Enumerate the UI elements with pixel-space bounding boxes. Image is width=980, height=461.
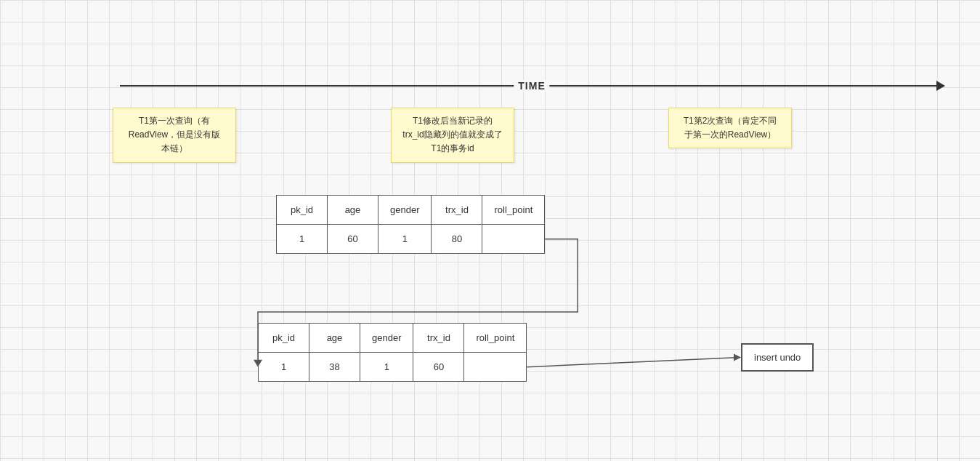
insert-undo-arrowhead [734,354,741,361]
table2-row-pkid: 1 [259,353,309,382]
table2-row-age: 38 [309,353,360,382]
timeline-label: TIME [514,80,549,92]
sticky-note-2-text: T1修改后当新记录的trx_id隐藏列的值就变成了T1的事务id [402,116,502,153]
table1-col-age: age [328,196,378,225]
table2-col-gender: gender [360,324,413,353]
table2-col-age: age [309,324,360,353]
insert-undo-box: insert undo [741,343,814,372]
sticky-note-1: T1第一次查询（有ReadView，但是没有版本链） [113,108,236,163]
table2-col-pkid: pk_id [259,324,309,353]
table2-row-gender: 1 [360,353,413,382]
timeline-arrow [936,81,945,91]
table1-col-rollpoint: roll_point [482,196,545,225]
table2-row-rollpoint [464,353,527,382]
table2-col-rollpoint: roll_point [464,324,527,353]
timeline: TIME [120,79,944,93]
table-1: pk_id age gender trx_id roll_point 1 60 … [276,195,545,254]
insert-undo-label: insert undo [754,352,801,363]
table2-col-trxid: trx_id [413,324,464,353]
sticky-note-2: T1修改后当新记录的trx_id隐藏列的值就变成了T1的事务id [391,108,514,163]
sticky-note-3: T1第2次查询（肯定不同于第一次的ReadView） [668,108,792,148]
table2-row-trxid: 60 [413,353,464,382]
sticky-note-1-text: T1第一次查询（有ReadView，但是没有版本链） [129,116,220,153]
table-2: pk_id age gender trx_id roll_point 1 38 … [258,323,527,382]
table1-col-pkid: pk_id [277,196,328,225]
table1-row-rollpoint [482,225,545,254]
table1-col-gender: gender [378,196,432,225]
table1-col-trxid: trx_id [432,196,482,225]
insert-undo-arrow-line [527,358,740,367]
sticky-note-3-text: T1第2次查询（肯定不同于第一次的ReadView） [684,116,777,140]
table1-row-trxid: 80 [432,225,482,254]
table1-row-age: 60 [328,225,378,254]
table1-row-gender: 1 [378,225,432,254]
table1-row-pkid: 1 [277,225,328,254]
